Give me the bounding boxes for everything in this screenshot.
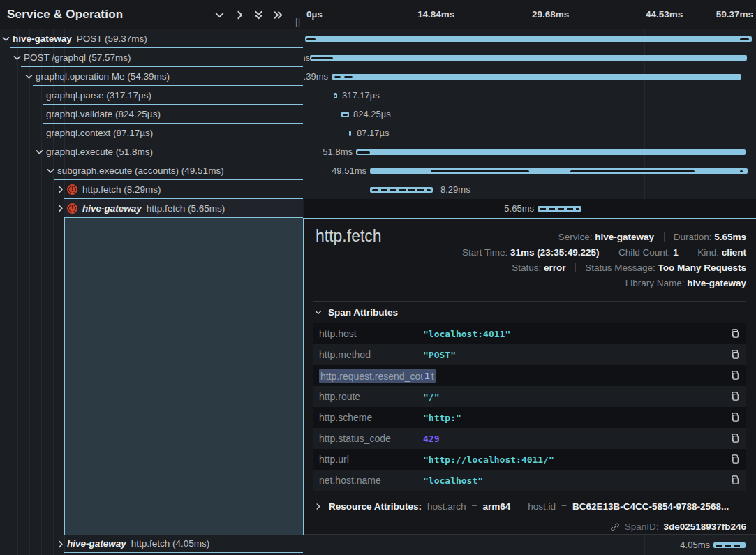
- kind-value: client: [722, 247, 746, 258]
- span-id-row: SpanID: 3de02518937fb246: [610, 521, 746, 532]
- attribute-row[interactable]: http.url "http://localhost:4011/": [313, 449, 746, 470]
- tick-label: 29.68ms: [532, 0, 569, 29]
- span-bar[interactable]: [305, 36, 752, 42]
- span-bar[interactable]: [370, 168, 748, 174]
- double-chevron-right-icon[interactable]: [272, 9, 284, 21]
- self-time-notch: [334, 95, 336, 97]
- double-chevron-down-icon[interactable]: [253, 9, 265, 21]
- start-time-label: Start Time:: [462, 247, 507, 258]
- chevron-down-icon[interactable]: [46, 166, 55, 175]
- attribute-value: "localhost:4011": [423, 329, 510, 339]
- span-bar[interactable]: [356, 149, 746, 155]
- meta-separator: [609, 248, 609, 257]
- span-row[interactable]: graphql.context (87.17µs): [0, 124, 304, 142]
- span-label: http.fetch (4.05ms): [131, 538, 210, 549]
- attribute-value: "http://localhost:4011/": [423, 454, 554, 465]
- span-bar[interactable]: [538, 206, 581, 212]
- attribute-row[interactable]: http.scheme "http:": [313, 407, 746, 428]
- self-time-notch: [311, 57, 333, 59]
- span-label: graphql.execute (51.8ms): [46, 147, 153, 157]
- span-row[interactable]: POST /graphql (57.57ms): [0, 48, 304, 67]
- copy-icon[interactable]: [730, 433, 741, 444]
- attribute-row[interactable]: http.route "/": [313, 386, 746, 407]
- tick-label: 0µs: [306, 0, 323, 29]
- resource-key: host.arch: [427, 501, 466, 512]
- meta-line: Start Time: 31ms (23:35:49.225) Child Co…: [462, 245, 746, 260]
- span-row-selected[interactable]: hive-gateway http.fetch (5.65ms): [0, 199, 304, 218]
- resource-attributes-row[interactable]: Resource Attributes: host.arch = arm64 h…: [314, 501, 729, 512]
- duration-label: 51.8ms: [323, 142, 353, 161]
- copy-icon[interactable]: [730, 370, 741, 381]
- resource-separator: [519, 502, 519, 512]
- span-bar[interactable]: [334, 93, 337, 98]
- duration-label: 49.51ms: [332, 161, 366, 180]
- span-row[interactable]: graphql.operation Me (54.39ms): [0, 67, 304, 86]
- duration-label: 824.25µs: [353, 105, 391, 124]
- copy-icon[interactable]: [730, 475, 741, 486]
- attribute-key: net.host.name: [313, 475, 423, 486]
- resource-key: host.id: [528, 501, 556, 512]
- chevron-down-icon[interactable]: [24, 72, 34, 81]
- library-name-value: hive-gateway: [687, 278, 746, 288]
- span-bar[interactable]: [713, 542, 746, 548]
- span-row[interactable]: graphql.execute (51.8ms): [0, 142, 304, 161]
- attribute-row[interactable]: net.host.name "localhost": [313, 470, 746, 491]
- duration-label: 8.29ms: [440, 180, 470, 199]
- span-service: hive-gateway: [67, 538, 126, 549]
- self-time-notch: [570, 170, 695, 172]
- span-label: graphql.parse (317.17µs): [46, 90, 151, 101]
- duration-label: 87.17µs: [357, 124, 390, 142]
- child-count-value: 1: [673, 247, 679, 258]
- span-row[interactable]: http.fetch (8.29ms): [0, 180, 304, 199]
- span-row[interactable]: hive-gateway POST (59.37ms): [0, 29, 304, 48]
- span-bar[interactable]: [341, 112, 349, 117]
- status-value: error: [544, 262, 566, 273]
- chevron-right-icon[interactable]: [234, 9, 246, 21]
- attribute-value: "localhost": [423, 475, 483, 486]
- span-label: POST /graphql (57.57ms): [24, 52, 131, 63]
- chevron-down-icon[interactable]: [13, 53, 22, 62]
- copy-icon[interactable]: [730, 454, 741, 465]
- link-icon[interactable]: [610, 522, 620, 532]
- self-time-notch: [540, 208, 579, 210]
- copy-icon[interactable]: [730, 349, 741, 360]
- copy-icon[interactable]: [730, 391, 741, 402]
- chevron-right-icon[interactable]: [56, 185, 65, 194]
- duration-label: Duration:: [674, 232, 712, 242]
- timeline-row: 49.51ms: [304, 161, 756, 180]
- chevron-right-icon[interactable]: [56, 204, 65, 213]
- attribute-row[interactable]: http.host "localhost:4011": [313, 323, 746, 344]
- attribute-key: http.scheme: [313, 412, 423, 423]
- span-bar[interactable]: [370, 187, 433, 193]
- span-row[interactable]: hive-gateway http.fetch (4.05ms): [0, 535, 304, 553]
- duration-value: 5.65ms: [714, 232, 746, 242]
- span-attributes-header[interactable]: Span Attributes: [314, 307, 398, 318]
- copy-icon[interactable]: [730, 412, 741, 423]
- chevron-down-icon[interactable]: [1, 34, 10, 43]
- span-bar[interactable]: [310, 55, 747, 61]
- span-label: graphql.operation Me (54.39ms): [36, 71, 170, 82]
- span-bar[interactable]: [349, 131, 351, 136]
- span-bar[interactable]: [332, 74, 741, 80]
- chevron-right-icon: [314, 502, 323, 511]
- chevron-down-icon[interactable]: [35, 147, 44, 156]
- span-row[interactable]: graphql.parse (317.17µs): [0, 86, 304, 105]
- attribute-row-selected[interactable]: http.request.resend_count 1: [313, 365, 746, 386]
- span-label: http.fetch (5.65ms): [147, 203, 225, 214]
- attribute-row[interactable]: http.status_code 429: [313, 428, 746, 449]
- self-time-notch: [716, 545, 743, 547]
- timeline-row: 57.57ms: [304, 48, 756, 67]
- copy-icon[interactable]: [730, 328, 741, 339]
- chevron-right-icon[interactable]: [56, 540, 65, 549]
- span-row[interactable]: graphql.validate (824.25µs): [0, 105, 304, 124]
- chevron-down-icon[interactable]: [214, 9, 225, 21]
- tick-label: 59.37ms: [716, 0, 753, 29]
- kind-label: Kind:: [697, 247, 719, 258]
- panel-resize-handle[interactable]: ||: [295, 17, 301, 27]
- attribute-value: "http:": [423, 413, 461, 423]
- attribute-row[interactable]: http.method "POST": [313, 344, 746, 365]
- child-count-label: Child Count:: [618, 247, 670, 258]
- span-label: graphql.context (87.17µs): [46, 128, 153, 138]
- span-row[interactable]: subgraph.execute (accounts) (49.51ms): [0, 161, 304, 180]
- library-name-label: Library Name:: [625, 278, 685, 288]
